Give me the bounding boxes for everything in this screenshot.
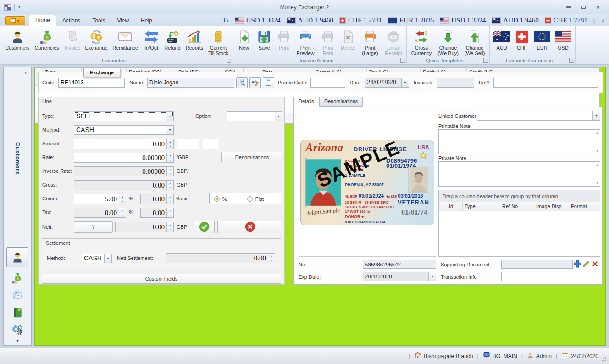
rate-spinner[interactable]: 0.00000▲▼ [74,153,174,163]
minimize-button[interactable] [565,4,573,11]
tab-denominations[interactable]: Denominations [319,97,363,107]
sidebar-splitter[interactable] [5,243,30,244]
promo-code-input[interactable] [310,78,345,88]
scroll-down-icon[interactable]: ▼ [596,182,599,185]
eur-currency-button[interactable]: EUR [531,28,553,56]
option-combobox[interactable]: ▼ [227,111,282,121]
amount-spinner[interactable]: 0.00▲▼ [74,139,174,149]
tab-actions[interactable]: Actions [56,16,86,26]
spin-buttons[interactable]: ▲▼ [166,153,173,162]
settlement-method-combobox[interactable]: CASH▼ [82,254,112,263]
custom-fields-button[interactable]: Custom Fields [42,274,281,284]
date-status[interactable]: 24/02/2020 [561,352,598,360]
supporting-delete-button[interactable] [591,260,599,269]
close-button[interactable]: × [594,4,602,11]
customer-details-button[interactable] [263,77,274,88]
column-header-format[interactable]: Format [569,202,600,211]
application-menu-button[interactable]: ▼ [5,16,25,25]
basis-flat-radio[interactable] [247,196,253,202]
home-icon [414,352,421,360]
id-no-input[interactable] [363,260,436,269]
remittance-button[interactable]: Remittance [109,28,141,56]
new-button[interactable]: New [234,28,254,56]
dialog-launcher-icon[interactable]: ↘ [227,58,231,63]
exp-date-picker[interactable]: 20/11/2020▼ [363,272,436,281]
confirm-button[interactable] [194,221,215,233]
type-combobox[interactable]: SELL▼ [74,111,174,121]
sidebar-currencies-button[interactable]: $ [11,271,24,285]
customer-search-button[interactable] [236,77,248,88]
dialog-launcher-icon[interactable]: ↘ [400,58,405,63]
name-input[interactable] [147,78,234,88]
save-button[interactable]: Save [254,28,275,56]
sidebar-expand-icon[interactable]: › [4,67,31,76]
amount-aux-input-1[interactable] [177,139,199,149]
printable-note-textarea[interactable]: ▲▼ [438,129,600,154]
cross-currency-button[interactable]: $€ Cross Currency [408,28,435,56]
column-header-id[interactable]: Id [447,202,463,211]
maximize-button[interactable] [579,4,587,11]
date-picker[interactable]: 24/02/2020▼ [365,78,409,88]
document-tab-exchange[interactable]: Exchange [83,68,120,77]
sidebar-invoices-button[interactable]: $ [11,288,24,302]
column-header-refno[interactable]: Ref No [500,202,534,211]
scroll-up-icon[interactable]: ▲ [596,131,599,134]
cancel-button[interactable] [217,221,282,233]
spin-buttons[interactable]: ▲▼ [119,194,126,204]
amount-aux-input-2[interactable] [203,139,219,149]
comm-pct-spinner[interactable]: 5.00▲▼ [74,194,126,204]
nett-help-button[interactable]: ? [74,221,113,233]
print-preview-button[interactable]: Print Preview [293,28,318,56]
code-input[interactable] [58,78,125,88]
supporting-edit-button[interactable] [582,260,590,269]
usd-currency-button[interactable]: USD [553,28,574,56]
supporting-document-field[interactable] [501,260,573,269]
linked-customer-combobox[interactable]: ▼ [477,111,600,121]
supporting-add-button[interactable] [574,260,581,269]
method-combobox[interactable]: CASH▼ [74,125,174,135]
tab-details[interactable]: Details [293,97,319,107]
in-out-button[interactable]: In/Out [141,28,161,56]
user-status[interactable]: Admin [527,352,552,360]
ribbon-collapse-icon[interactable]: ∧ [602,17,605,22]
au-flag-icon [492,17,501,24]
dialog-launcher-icon[interactable]: ↘ [483,58,488,63]
change-we-buy-button[interactable]: Change (We Buy) [435,28,461,56]
change-we-sell-button[interactable]: Change (We Sell) [461,28,488,56]
sidebar-overflow-icon[interactable]: ▼ [4,338,31,345]
currencies-button[interactable]: $ Currencies [32,28,61,56]
scroll-down-icon[interactable]: ▼ [596,149,599,153]
aud-currency-button[interactable]: AUD [491,28,512,56]
tab-tools[interactable]: Tools [86,16,111,26]
current-till-stock-button[interactable]: Current Till Stock [205,28,231,56]
terminal-status[interactable]: BG_MAIN [483,352,517,360]
print-large-button[interactable]: Print (Large) [358,28,382,56]
branch-status[interactable]: Bishopsgate Branch [414,352,473,360]
scroll-up-icon[interactable]: ▲ [596,163,599,166]
exchange-button[interactable]: $€ Exchange [83,28,109,56]
transaction-info-input[interactable] [501,272,600,281]
refund-button[interactable]: $ Refund [161,28,183,56]
column-header-imagedisp[interactable]: Image Disp [534,202,569,211]
column-header-type[interactable]: Type [463,202,500,211]
reports-button[interactable]: Reports [183,28,205,56]
sidebar-ledger-button[interactable] [11,306,24,320]
private-note-textarea[interactable]: ▲▼ [438,161,600,187]
group-by-bar[interactable]: Drag a column header here to group by th… [439,190,600,202]
sidebar-customers-button[interactable] [6,247,28,267]
spin-buttons[interactable]: ▲▼ [166,139,173,149]
tab-view[interactable]: View [111,16,135,26]
chf-currency-button[interactable]: CHF [512,28,531,56]
sidebar-panel-customers[interactable]: Customers [4,76,31,242]
basis-percent-radio[interactable] [214,196,220,202]
ref-number-input[interactable] [493,78,598,88]
tab-help[interactable]: Help [135,16,158,26]
customer-edit-button[interactable]: Ab [249,77,261,88]
resize-grip[interactable] [601,356,607,362]
tab-home[interactable]: Home [29,15,56,26]
sidebar-settings-button[interactable] [11,323,24,337]
customers-button[interactable]: Customers [3,28,32,56]
denominations-button[interactable]: Denominations [221,152,282,162]
dialog-launcher-icon[interactable]: ↘ [569,58,574,63]
quick-access-dropdown-icon[interactable]: ▼ [17,5,21,9]
